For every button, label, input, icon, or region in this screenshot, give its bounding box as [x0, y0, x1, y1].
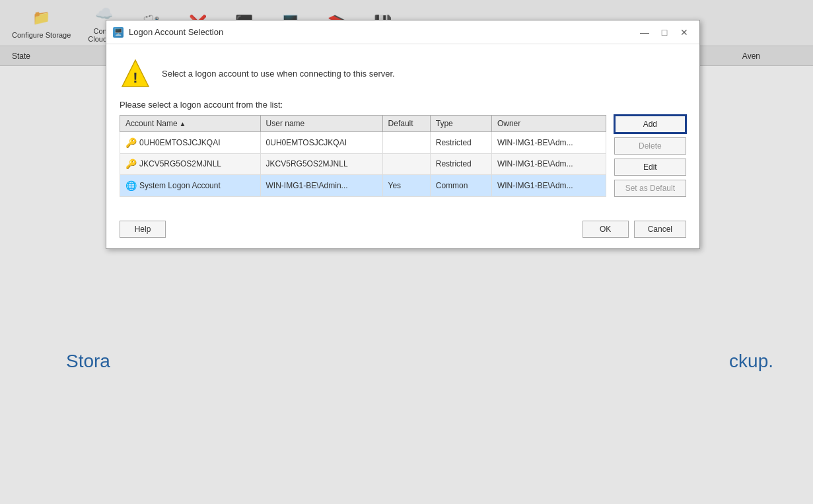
default-cell — [382, 153, 430, 175]
row-icon-key1: 🔑 0UH0EMTOSJCJKQAI — [125, 137, 220, 148]
svg-text:!: ! — [133, 69, 137, 86]
intro-text: Select a logon account to use when conne… — [162, 69, 395, 79]
col-header-type[interactable]: Type — [430, 116, 491, 132]
default-cell: Yes — [382, 175, 430, 197]
select-label: Please select a logon account from the l… — [120, 100, 686, 110]
table-row[interactable]: 🔑 JKCV5RG5OS2MJNLL JKCV5RG5OS2MJNLL Rest… — [120, 153, 606, 175]
col-header-default[interactable]: Default — [382, 116, 430, 132]
owner-cell: WIN-IMG1-BE\Adm... — [491, 132, 606, 154]
dialog-titlebar: 🖥️ Logon Account Selection — □ ✕ — [106, 20, 699, 44]
key-icon-1: 🔑 — [125, 137, 137, 148]
delete-button[interactable]: Delete — [614, 137, 686, 155]
logon-account-dialog: 🖥️ Logon Account Selection — □ ✕ ! Selec… — [106, 20, 700, 249]
key-icon-2: 🔑 — [125, 159, 137, 169]
owner-cell: WIN-IMG1-BE\Adm... — [491, 153, 606, 175]
row-icon-globe: 🌐 System Logon Account — [125, 180, 221, 191]
edit-button[interactable]: Edit — [614, 159, 686, 176]
account-name-cell: 🔑 JKCV5RG5OS2MJNLL — [120, 153, 261, 175]
footer-right-buttons: OK Cancel — [583, 221, 686, 238]
dialog-title-icon: 🖥️ — [113, 27, 124, 38]
table-area: Account Name User name Default Type Owne… — [120, 115, 686, 197]
user-name-cell: JKCV5RG5OS2MJNLL — [260, 153, 382, 175]
button-panel: Add Delete Edit Set as Default — [614, 115, 686, 197]
account-name-cell: 🔑 0UH0EMTOSJCJKQAI — [120, 132, 261, 154]
account-name-cell: 🌐 System Logon Account — [120, 175, 261, 197]
dialog-footer: Help OK Cancel — [106, 210, 699, 248]
dialog-title: Logon Account Selection — [129, 27, 631, 37]
type-cell: Restricted — [430, 153, 491, 175]
col-header-account-name[interactable]: Account Name — [120, 116, 261, 132]
owner-cell: WIN-IMG1-BE\Adm... — [491, 175, 606, 197]
add-button[interactable]: Add — [614, 115, 686, 133]
col-header-owner[interactable]: Owner — [491, 116, 606, 132]
warning-icon: ! — [120, 57, 151, 89]
user-name-cell: 0UH0EMTOSJCJKQAI — [260, 132, 382, 154]
cancel-button[interactable]: Cancel — [634, 221, 686, 238]
globe-icon: 🌐 — [125, 180, 137, 191]
type-cell: Common — [430, 175, 491, 197]
dialog-controls: — □ ✕ — [636, 25, 693, 40]
set-as-default-button[interactable]: Set as Default — [614, 180, 686, 197]
close-button[interactable]: ✕ — [676, 25, 693, 40]
ok-button[interactable]: OK — [583, 221, 629, 238]
row-icon-key2: 🔑 JKCV5RG5OS2MJNLL — [125, 159, 221, 169]
user-name-cell: WIN-IMG1-BE\Admin... — [260, 175, 382, 197]
col-header-user-name[interactable]: User name — [260, 116, 382, 132]
dialog-intro: ! Select a logon account to use when con… — [120, 57, 686, 89]
dialog-body: ! Select a logon account to use when con… — [106, 44, 699, 210]
type-cell: Restricted — [430, 132, 491, 154]
help-button[interactable]: Help — [120, 221, 166, 238]
table-row[interactable]: 🔑 0UH0EMTOSJCJKQAI 0UH0EMTOSJCJKQAI Rest… — [120, 132, 606, 154]
default-cell — [382, 132, 430, 154]
table-row[interactable]: 🌐 System Logon Account WIN-IMG1-BE\Admin… — [120, 175, 606, 197]
maximize-button[interactable]: □ — [656, 25, 673, 40]
account-table: Account Name User name Default Type Owne… — [120, 115, 606, 197]
minimize-button[interactable]: — — [636, 25, 653, 40]
